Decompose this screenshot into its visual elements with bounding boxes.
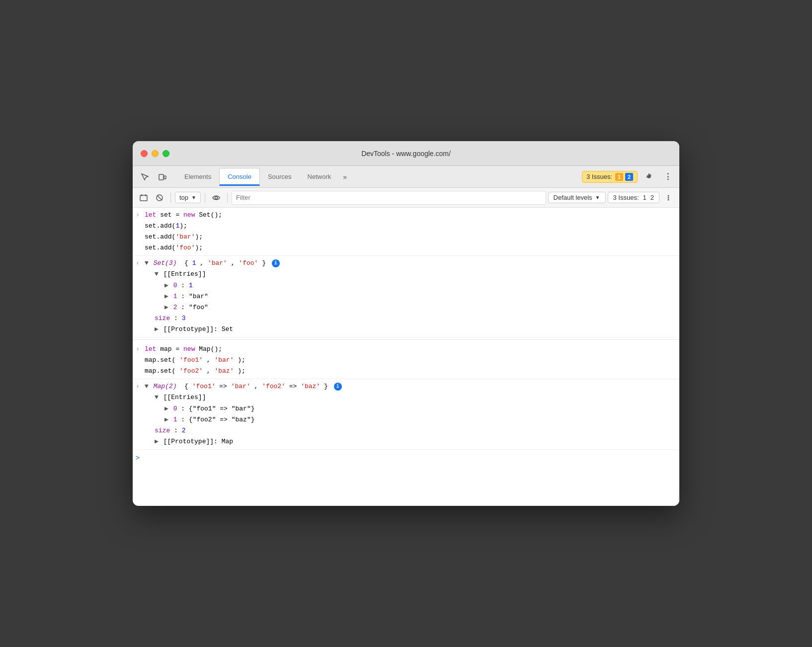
map-entry-1: ▶ 1 : {"foo2" => "baz"}	[164, 414, 675, 425]
tab-icon-group	[137, 170, 170, 184]
svg-point-8	[668, 195, 669, 196]
minimize-button[interactable]	[152, 150, 159, 157]
set-size: size : 3	[155, 313, 675, 324]
svg-rect-1	[164, 176, 166, 179]
entry-2-arrow[interactable]: ▶	[164, 304, 168, 311]
toolbar-warn-icon: 1	[643, 194, 647, 201]
set-entries-list: ▶ 0 : 1 ▶ 1 : "bar" ▶	[155, 280, 675, 313]
info-icon: 2	[625, 173, 633, 181]
svg-rect-0	[159, 174, 163, 180]
block-icon-button[interactable]	[153, 191, 166, 205]
code-line-2: set.add(1);	[145, 221, 675, 232]
map-size: size : 2	[155, 425, 675, 436]
more-options-button[interactable]: ⋮	[660, 169, 675, 184]
svg-line-6	[157, 195, 162, 200]
eye-icon-button[interactable]	[209, 191, 223, 205]
console-settings-button[interactable]	[661, 191, 675, 205]
svg-point-10	[668, 199, 669, 200]
map-entry-0-arrow[interactable]: ▶	[164, 405, 168, 412]
clear-console-button[interactable]	[137, 191, 151, 205]
map-prototype-arrow[interactable]: ▶	[155, 438, 159, 445]
set-entry-1: ▶ 1 : "bar"	[164, 291, 675, 302]
window-title: DevTools - www.google.com/	[361, 150, 451, 158]
toolbar-info-icon: 2	[650, 194, 654, 201]
map-summary: ▼ Map(2) { 'foo1' => 'bar' , 'foo2' => '…	[145, 381, 675, 392]
toolbar-divider-2	[205, 193, 205, 203]
entry-0-arrow[interactable]: ▶	[164, 282, 168, 289]
title-bar: DevTools - www.google.com/	[133, 141, 679, 166]
device-toggle-button[interactable]	[155, 170, 170, 184]
issues-badge[interactable]: 3 Issues: 1 2	[582, 171, 638, 183]
set-entry-2: ▶ 2 : "foo"	[164, 302, 675, 313]
expand-arrow-map-input[interactable]: ›	[136, 345, 139, 354]
entry-1-arrow[interactable]: ▶	[164, 293, 168, 300]
console-output: › let set = new Set(); set.add(1); set.a…	[133, 208, 679, 506]
map-entry-0: ▶ 0 : {"foo1" => "bar"}	[164, 404, 675, 414]
console-prompt[interactable]: >	[133, 450, 679, 468]
filter-input[interactable]	[232, 191, 546, 205]
map-prototype: ▶ [[Prototype]]: Map	[155, 436, 675, 447]
map-code-line-3: map.set( 'foo2' , 'baz' );	[145, 366, 675, 377]
map-entries-collapse[interactable]: ▼	[155, 394, 159, 401]
code-line-4: set.add('foo');	[145, 243, 675, 253]
tab-bar: Elements Console Sources Network » 3 Iss…	[133, 166, 679, 188]
code-line-3: set.add('bar');	[145, 232, 675, 243]
map-collapse-arrow[interactable]: ▼	[145, 383, 149, 390]
set-entries-header: ▼ [[Entries]]	[155, 269, 675, 280]
tab-more-button[interactable]: »	[339, 171, 351, 183]
tab-bar-right: 3 Issues: 1 2 ⋮	[582, 169, 675, 184]
map-code-line-1: let map = new Map();	[145, 344, 675, 355]
svg-rect-2	[140, 195, 147, 201]
tab-elements[interactable]: Elements	[176, 168, 219, 186]
inspect-icon-button[interactable]	[137, 170, 153, 184]
console-input[interactable]	[145, 453, 675, 460]
map-info-badge[interactable]: i	[334, 383, 342, 391]
set-entry-0: ▶ 0 : 1	[164, 280, 675, 291]
traffic-lights	[141, 150, 169, 157]
set-info-badge[interactable]: i	[272, 259, 280, 267]
issues-toolbar-badge[interactable]: 3 Issues: 1 2	[608, 192, 660, 203]
console-entry-map-input: › let map = new Map(); map.set( 'foo1' ,…	[133, 342, 679, 379]
expand-arrow-set-output[interactable]: ‹	[136, 259, 139, 268]
toolbar-divider-1	[170, 193, 171, 203]
expand-arrow-map-output[interactable]: ‹	[136, 382, 139, 392]
console-entry-set-output: ‹ ▼ Set(3) { 1 , 'bar' , 'foo' } i	[133, 256, 679, 337]
tab-sources[interactable]: Sources	[260, 168, 300, 186]
entries-collapse[interactable]: ▼	[155, 270, 159, 278]
settings-button[interactable]	[642, 169, 656, 184]
map-entries-header: ▼ [[Entries]]	[155, 392, 675, 403]
expand-arrow-set-input[interactable]: ›	[136, 211, 139, 220]
warn-icon: 1	[615, 173, 623, 181]
close-button[interactable]	[141, 150, 148, 157]
tab-network[interactable]: Network	[300, 168, 339, 186]
set-collapse-arrow[interactable]: ▼	[145, 259, 149, 267]
prototype-arrow[interactable]: ▶	[155, 325, 159, 333]
separator-1	[133, 339, 679, 340]
prompt-arrow: >	[136, 453, 140, 464]
console-toolbar: top ▼ Default levels ▼ 3 Issues: 1 2	[133, 188, 679, 208]
context-selector[interactable]: top ▼	[175, 192, 201, 203]
tab-console[interactable]: Console	[219, 168, 260, 186]
code-line-1: let set = new Set();	[145, 210, 675, 221]
map-code-line-2: map.set( 'foo1' , 'bar' );	[145, 355, 675, 366]
toolbar-divider-3	[227, 193, 228, 203]
console-entry-set-input: › let set = new Set(); set.add(1); set.a…	[133, 208, 679, 256]
svg-point-9	[668, 197, 669, 198]
set-entries-section: ▼ [[Entries]] ▶ 0 : 1 ▶ 1 :	[145, 269, 675, 335]
default-levels-button[interactable]: Default levels ▼	[548, 192, 606, 203]
set-summary: ▼ Set(3) { 1 , 'bar' , 'foo' } i	[145, 258, 675, 269]
devtools-window: DevTools - www.google.com/ Elements Cons…	[133, 141, 679, 506]
maximize-button[interactable]	[162, 150, 169, 157]
map-entries-list: ▶ 0 : {"foo1" => "bar"} ▶ 1 : {"foo2" =>…	[155, 404, 675, 425]
svg-point-7	[215, 196, 217, 199]
set-prototype: ▶ [[Prototype]]: Set	[155, 324, 675, 335]
console-entry-map-output: ‹ ▼ Map(2) { 'foo1' => 'bar' , 'foo2' =>…	[133, 379, 679, 450]
map-entry-1-arrow[interactable]: ▶	[164, 416, 168, 423]
map-entries-section: ▼ [[Entries]] ▶ 0 : {"foo1" => "bar"} ▶ …	[145, 392, 675, 447]
